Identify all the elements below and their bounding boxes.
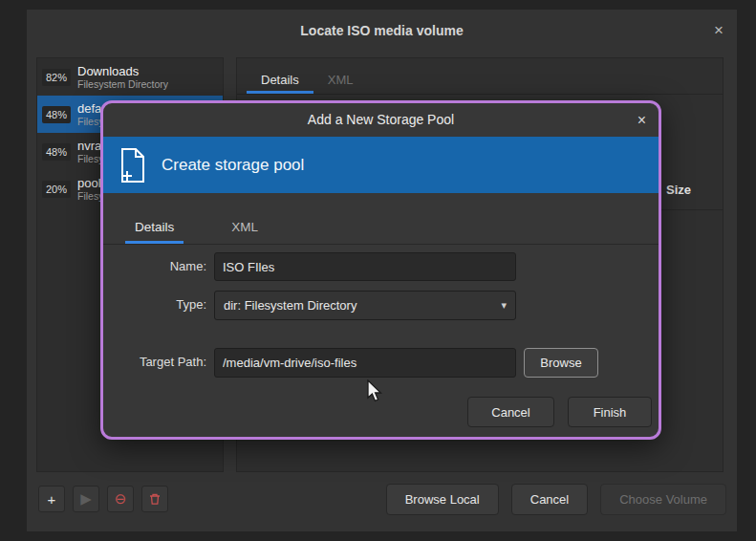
panel-tabbar: Details XML xyxy=(237,58,723,95)
target-path-label: Target Path: xyxy=(111,355,206,369)
dialog-titlebar: Add a New Storage Pool × xyxy=(103,103,659,137)
dialog-finish-button[interactable]: Finish xyxy=(568,397,652,427)
dialog-tab-xml[interactable]: XML xyxy=(222,220,268,244)
dialog-close-icon[interactable]: × xyxy=(637,103,646,137)
dialog-cancel-button[interactable]: Cancel xyxy=(467,397,554,427)
stop-icon: ⊖ xyxy=(115,490,127,508)
screen: Locate ISO media volume × 82% Downloads … xyxy=(0,0,756,541)
stop-pool-button[interactable]: ⊖ xyxy=(107,486,134,512)
mouse-cursor xyxy=(366,379,387,402)
pool-toolbar: + ▶ ⊖ xyxy=(38,486,168,512)
browse-button[interactable]: Browse xyxy=(524,348,598,378)
tab-xml[interactable]: XML xyxy=(313,64,368,94)
window-titlebar: Locate ISO media volume × xyxy=(27,10,737,52)
pool-type-select[interactable]: dir: Filesystem Directory ▾ xyxy=(214,291,516,320)
target-path-input[interactable] xyxy=(214,348,516,378)
banner-title: Create storage pool xyxy=(162,156,304,175)
trash-icon xyxy=(148,492,162,506)
pool-row-downloads[interactable]: 82% Downloads Filesystem Directory xyxy=(37,58,223,96)
play-icon: ▶ xyxy=(80,490,92,508)
dialog-tabbar: Details XML xyxy=(103,193,659,245)
chevron-down-icon: ▾ xyxy=(501,299,507,312)
tab-details[interactable]: Details xyxy=(247,64,313,94)
start-pool-button[interactable]: ▶ xyxy=(73,486,99,512)
pool-usage-badge: 82% xyxy=(42,69,71,86)
pool-usage-badge: 20% xyxy=(42,181,71,198)
dialog-title: Add a New Storage Pool xyxy=(103,103,659,137)
window-title: Locate ISO media volume xyxy=(27,10,737,52)
delete-pool-button[interactable] xyxy=(141,486,168,512)
cancel-button[interactable]: Cancel xyxy=(511,484,588,515)
dialog-banner: Create storage pool xyxy=(103,137,659,193)
plus-icon: + xyxy=(48,491,56,508)
choose-volume-button[interactable]: Choose Volume xyxy=(600,484,726,515)
add-pool-button[interactable]: + xyxy=(38,486,65,512)
browse-local-button[interactable]: Browse Local xyxy=(386,484,499,515)
pool-name-input[interactable] xyxy=(214,252,516,281)
pool-usage-badge: 48% xyxy=(42,143,71,161)
pool-type-value: dir: Filesystem Directory xyxy=(224,298,356,313)
type-label: Type: xyxy=(111,297,206,312)
pool-name: Downloads xyxy=(77,64,168,78)
dialog-tab-details[interactable]: Details xyxy=(125,220,184,244)
volume-size-column-header: Size xyxy=(666,183,691,197)
pool-type: Filesystem Directory xyxy=(77,78,168,90)
window-close-icon[interactable]: × xyxy=(714,10,724,52)
name-label: Name: xyxy=(111,259,206,273)
new-document-icon xyxy=(119,147,147,184)
footer-actions: Browse Local Cancel Choose Volume xyxy=(386,484,726,515)
pool-usage-badge: 48% xyxy=(42,106,71,123)
